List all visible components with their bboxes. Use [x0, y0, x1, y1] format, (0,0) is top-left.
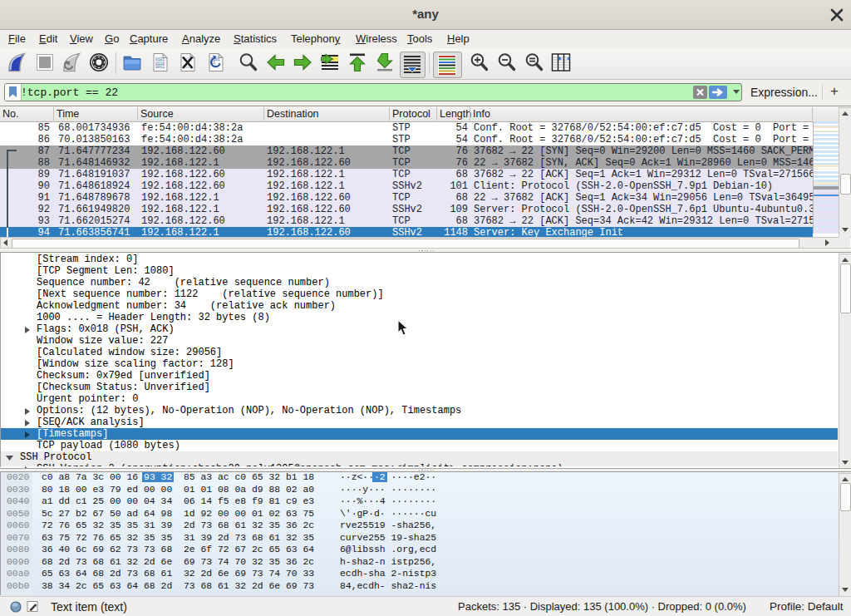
svg-text:0011: 0011 — [155, 65, 165, 69]
